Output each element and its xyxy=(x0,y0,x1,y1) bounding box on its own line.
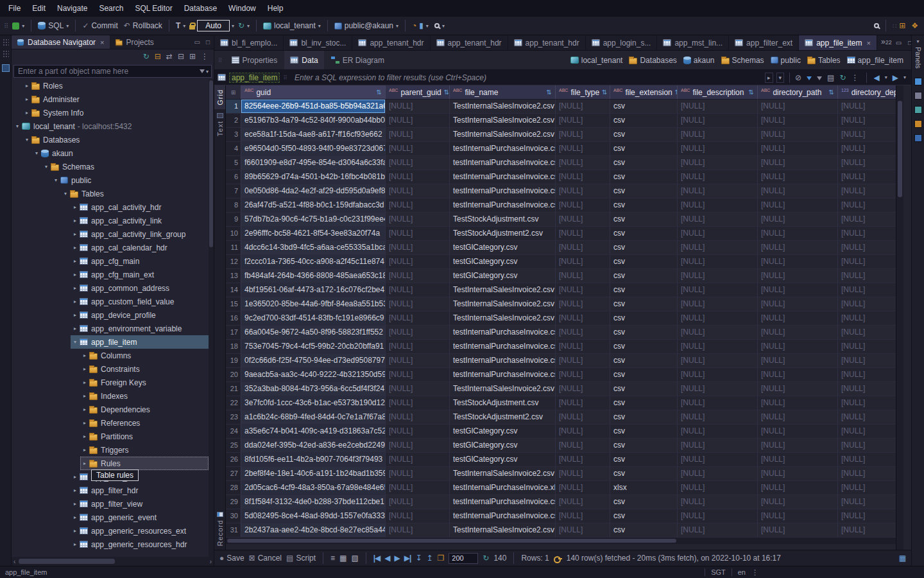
tree-item-app-custom-field-value[interactable]: ▸app_custom_field_value xyxy=(12,295,209,308)
cell-file_name[interactable]: TestInternalSalesInvoice2.csv xyxy=(450,523,556,538)
column-header-file-extension[interactable]: ABCfile_extension⇅ xyxy=(610,85,678,99)
cell-file_type[interactable]: [NULL] xyxy=(556,283,610,297)
cell-directory_path[interactable]: [NULL] xyxy=(758,255,838,269)
cell-file_description[interactable]: [NULL] xyxy=(678,354,758,368)
tree-item-rules[interactable]: ▸Rules xyxy=(12,457,209,470)
cell-file_description[interactable]: [NULL] xyxy=(678,213,758,227)
tree-item-akaun[interactable]: ▾akaun xyxy=(12,146,209,160)
cell-file_extension[interactable]: csv xyxy=(610,523,678,538)
cell-directory_path[interactable]: [NULL] xyxy=(758,198,838,213)
scrollbar-thumb[interactable] xyxy=(227,539,676,543)
cell-guid[interactable]: 1e365020-85be-44a6-9fbf-84ea8a551b53 xyxy=(241,297,386,311)
tree-item-app-filter-hdr[interactable]: ▸app_filter_hdr xyxy=(12,484,209,497)
cell-directory_depth[interactable]: [NULL] xyxy=(838,354,896,368)
cell-file_type[interactable]: [NULL] xyxy=(556,114,610,128)
chevron-right-icon[interactable]: ▸ xyxy=(22,96,31,102)
cell-file_extension[interactable]: csv xyxy=(610,269,678,283)
cell-file_extension[interactable]: csv xyxy=(610,255,678,269)
cell-file_description[interactable]: [NULL] xyxy=(678,198,758,213)
cell-file_description[interactable]: [NULL] xyxy=(678,100,758,114)
tree-item-public[interactable]: ▾public xyxy=(12,173,209,187)
cell-parent_guid[interactable]: [NULL] xyxy=(386,213,450,227)
chevron-right-icon[interactable]: ▸ xyxy=(22,83,31,89)
cell-file_description[interactable]: [NULL] xyxy=(678,382,758,396)
cell-guid[interactable]: 753e7045-79c4-4cf5-99b2-20cb20bffa91 xyxy=(241,340,386,354)
calc-panel-icon[interactable] xyxy=(914,134,922,142)
menu-search[interactable]: Search xyxy=(93,0,129,17)
chevron-right-icon[interactable]: ▸ xyxy=(80,366,89,372)
scroll-left-icon[interactable]: ‹ xyxy=(12,558,17,565)
cell-parent_guid[interactable]: [NULL] xyxy=(386,283,450,297)
tree-item-dependencies[interactable]: ▸Dependencies xyxy=(12,403,209,416)
export-icon[interactable]: ❐ xyxy=(438,554,445,563)
quick-search-button[interactable] xyxy=(872,19,881,33)
chevron-down-icon[interactable]: ▾ xyxy=(903,74,906,80)
cell-parent_guid[interactable]: [NULL] xyxy=(386,340,450,354)
cell-guid[interactable]: 352a3bab-8084-4b73-956a-6cc5df4f3f24 xyxy=(241,382,386,396)
chevron-down-icon[interactable]: ▾ xyxy=(32,150,41,156)
menu-database[interactable]: Database xyxy=(178,0,223,17)
cell-file_type[interactable]: [NULL] xyxy=(556,354,610,368)
transaction-log-button[interactable]: ◔▮▾ xyxy=(410,19,431,33)
cell-parent_guid[interactable]: [NULL] xyxy=(386,396,450,410)
search-button[interactable]: ▾ xyxy=(432,19,447,33)
cell-directory_path[interactable]: [NULL] xyxy=(758,297,838,311)
cell-guid[interactable]: a35e6c74-b041-409c-a419-d31863a7c520 xyxy=(241,425,386,439)
cell-directory_path[interactable]: [NULL] xyxy=(758,453,838,467)
cell-file_description[interactable]: [NULL] xyxy=(678,481,758,495)
row-number[interactable]: 20 xyxy=(226,368,241,382)
row-number[interactable]: 8 xyxy=(226,198,241,213)
row-number[interactable]: 30 xyxy=(226,509,241,523)
chevron-right-icon[interactable]: ▸ xyxy=(71,326,80,331)
cell-parent_guid[interactable]: [NULL] xyxy=(386,198,450,213)
cell-directory_depth[interactable]: [NULL] xyxy=(838,241,896,255)
cell-file_type[interactable]: [NULL] xyxy=(556,297,610,311)
tree-item-schemas[interactable]: ▾Schemas xyxy=(12,160,209,173)
scroll-right-icon[interactable]: › xyxy=(208,558,214,565)
cell-file_type[interactable]: [NULL] xyxy=(556,227,610,241)
cell-directory_depth[interactable]: [NULL] xyxy=(838,509,896,523)
panel-toggle-icon[interactable]: ≡ xyxy=(330,554,335,563)
cell-directory_depth[interactable]: [NULL] xyxy=(838,170,896,184)
tree-item-app-generic-resources-ext[interactable]: ▸app_generic_resources_ext xyxy=(12,524,209,538)
cell-directory_depth[interactable]: [NULL] xyxy=(838,340,896,354)
horizontal-scrollbar[interactable] xyxy=(226,538,896,544)
cell-file_name[interactable]: testGlCategory.csv xyxy=(450,269,556,283)
chevron-right-icon[interactable]: ▸ xyxy=(71,218,80,223)
cell-directory_depth[interactable]: [NULL] xyxy=(838,481,896,495)
new-connection-button[interactable]: ▾ xyxy=(10,19,26,33)
cell-guid[interactable]: f6601909-e8d7-495e-854e-d3064a6c33fa xyxy=(241,156,386,170)
cell-parent_guid[interactable]: [NULL] xyxy=(386,410,450,425)
cell-directory_depth[interactable]: [NULL] xyxy=(838,156,896,170)
sort-icon[interactable]: ⇅ xyxy=(444,89,449,96)
cell-file_extension[interactable]: csv xyxy=(610,453,678,467)
cell-file_type[interactable]: [NULL] xyxy=(556,467,610,481)
cell-directory_path[interactable]: [NULL] xyxy=(758,227,838,241)
tab-overflow-button[interactable]: »22 xyxy=(877,35,896,50)
close-icon[interactable]: × xyxy=(100,39,104,46)
cell-directory_path[interactable]: [NULL] xyxy=(758,425,838,439)
cell-file_extension[interactable]: csv xyxy=(610,326,678,340)
tree-item-partitions[interactable]: ▸Partitions xyxy=(12,430,209,443)
cell-parent_guid[interactable]: [NULL] xyxy=(386,184,450,198)
editor-tab-app-tenant-hdr[interactable]: app_tenant_hdr xyxy=(431,35,508,50)
chevron-down-icon[interactable]: ▾ xyxy=(22,137,31,143)
editor-tab-app-tenant-hdr[interactable]: app_tenant_hdr xyxy=(352,35,430,50)
cell-file_extension[interactable]: csv xyxy=(610,170,678,184)
cell-parent_guid[interactable]: [NULL] xyxy=(386,354,450,368)
cell-file_type[interactable]: [NULL] xyxy=(556,410,610,425)
vertical-scrollbar[interactable] xyxy=(896,85,903,550)
cell-directory_path[interactable]: [NULL] xyxy=(758,523,838,538)
cell-file_name[interactable]: testGlCategory.csv xyxy=(450,439,556,453)
row-number[interactable]: 25 xyxy=(226,439,241,453)
cell-directory_path[interactable]: [NULL] xyxy=(758,156,838,170)
cell-parent_guid[interactable]: [NULL] xyxy=(386,509,450,523)
cell-file_type[interactable]: [NULL] xyxy=(556,326,610,340)
tree-item-app-filter-view[interactable]: ▸app_filter_view xyxy=(12,497,209,511)
cell-guid[interactable]: 2bef8f4e-18e1-40c6-a191-1b24bad1b359 xyxy=(241,467,386,481)
cell-file_type[interactable]: [NULL] xyxy=(556,156,610,170)
menu-window[interactable]: Window xyxy=(223,0,262,17)
row-number[interactable]: 1 xyxy=(226,100,241,114)
tree-item-app-file-item[interactable]: ▾app_file_item xyxy=(12,335,209,349)
first-page-button[interactable]: |◀ xyxy=(373,554,381,563)
